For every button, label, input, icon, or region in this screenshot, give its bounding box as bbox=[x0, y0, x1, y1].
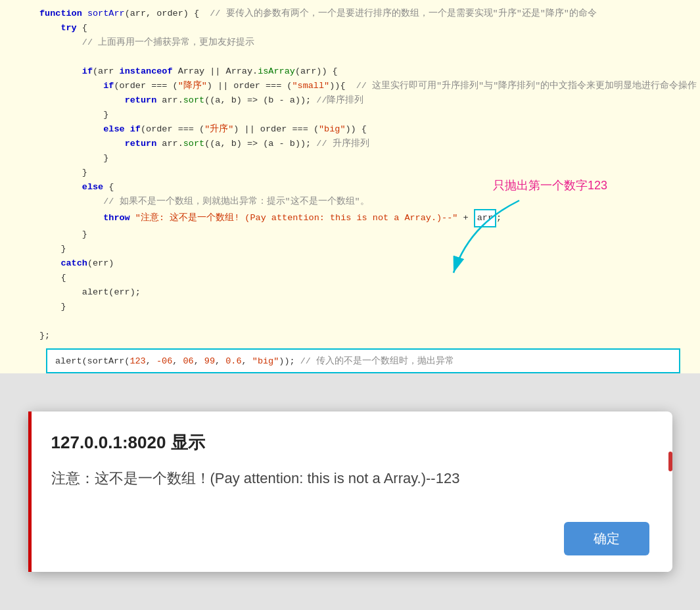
code-line-12: } bbox=[0, 166, 700, 180]
dialog-buttons: 确定 bbox=[51, 522, 649, 555]
code-line-2: try { bbox=[0, 21, 700, 35]
code-line-23: }; bbox=[0, 329, 700, 343]
code-line-7: return arr.sort((a, b) => (b - a)); //降序… bbox=[0, 93, 700, 108]
code-line-3: // 上面再用一个捕获异常，更加友好提示 bbox=[0, 35, 700, 50]
code-line-6: if(order === ("降序") || order === ("small… bbox=[0, 79, 700, 93]
bottom-call-line: alert(sortArr(123, -06, 06, 99, 0.6, "bi… bbox=[39, 348, 687, 373]
code-line-14: // 如果不是一个数组，则就抛出异常：提示"这不是一个数组"。 bbox=[0, 195, 700, 209]
code-line-blank2 bbox=[0, 314, 700, 329]
code-line-blank1 bbox=[0, 50, 700, 64]
dialog-message: 注意：这不是一个数组！(Pay attention: this is not a… bbox=[51, 467, 649, 489]
code-line-5: if(arr instanceof Array || Array.isArray… bbox=[0, 64, 700, 79]
bottom-code-content: alert(sortArr(123, -06, 06, 99, 0.6, "bi… bbox=[46, 348, 680, 373]
confirm-button[interactable]: 确定 bbox=[564, 522, 649, 555]
code-line-19: { bbox=[0, 271, 700, 285]
code-line-18: catch(err) bbox=[0, 256, 700, 271]
code-line-11: } bbox=[0, 151, 700, 166]
code-line-10: return arr.sort((a, b) => (a - b)); // 升… bbox=[0, 137, 700, 151]
code-line-15: throw "注意: 这不是一个数组! (Pay attention: this… bbox=[0, 209, 700, 227]
dialog-title: 127.0.0.1:8020 显示 bbox=[51, 431, 649, 454]
code-line-1: function sortArr(arr, order) { // 要传入的参数… bbox=[0, 7, 700, 21]
alert-dialog: 127.0.0.1:8020 显示 注意：这不是一个数组！(Pay attent… bbox=[28, 411, 672, 572]
code-line-16: } bbox=[0, 227, 700, 242]
code-line-20: alert(err); bbox=[0, 285, 700, 300]
left-indicator bbox=[28, 411, 32, 572]
dialog-overlay: 127.0.0.1:8020 显示 注意：这不是一个数组！(Pay attent… bbox=[0, 373, 700, 610]
right-indicator bbox=[668, 452, 672, 471]
code-line-13: else { bbox=[0, 180, 700, 195]
code-line-17: } bbox=[0, 242, 700, 256]
code-editor: function sortArr(arr, order) { // 要传入的参数… bbox=[0, 0, 700, 373]
code-line-21: } bbox=[0, 300, 700, 314]
code-line-8: } bbox=[0, 108, 700, 122]
code-line-9: else if(order === ("升序") || order === ("… bbox=[0, 122, 700, 137]
